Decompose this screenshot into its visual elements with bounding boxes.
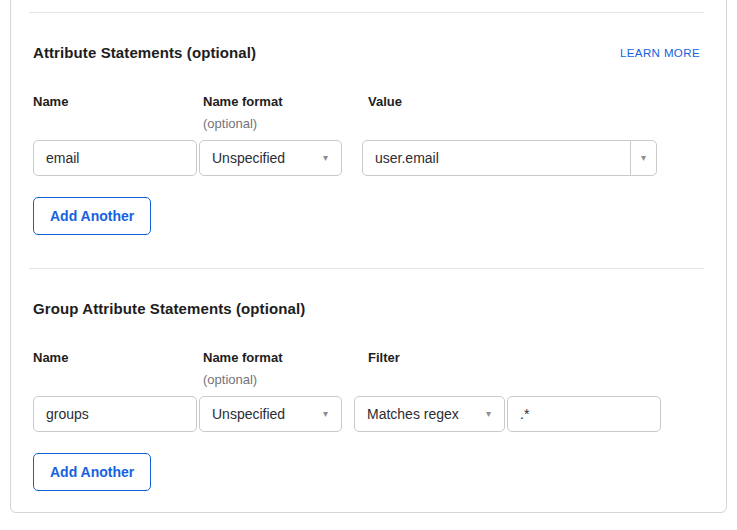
column-headers: Name Name format (optional) Value <box>33 94 700 131</box>
section-divider <box>29 268 704 269</box>
attribute-name-input[interactable] <box>33 140 197 176</box>
column-headers: Name Name format (optional) Filter <box>33 350 700 387</box>
column-header-filter: Filter <box>368 350 700 365</box>
add-another-button[interactable]: Add Another <box>33 453 151 491</box>
chevron-down-icon: ▾ <box>486 409 491 419</box>
add-another-button[interactable]: Add Another <box>33 197 151 235</box>
column-header-name: Name <box>33 350 203 365</box>
column-header-value: Value <box>368 94 700 109</box>
section-header: Attribute Statements (optional) LEARN MO… <box>33 44 700 62</box>
column-header-name: Name <box>33 94 203 109</box>
name-format-select[interactable]: Unspecified ▾ <box>199 396 342 432</box>
section-title: Group Attribute Statements (optional) <box>33 300 305 318</box>
filter-type-select[interactable]: Matches regex ▾ <box>354 396 505 432</box>
optional-hint: (optional) <box>203 372 368 387</box>
section-title: Attribute Statements (optional) <box>33 44 256 62</box>
column-header-name-format: Name format (optional) <box>203 350 368 387</box>
chevron-down-icon: ▾ <box>323 153 328 163</box>
learn-more-link[interactable]: LEARN MORE <box>620 46 700 60</box>
group-attribute-row: Unspecified ▾ Matches regex ▾ <box>33 396 700 432</box>
saml-settings-card: Attribute Statements (optional) LEARN MO… <box>10 0 727 513</box>
optional-hint: (optional) <box>203 116 368 131</box>
value-dropdown-toggle[interactable]: ▾ <box>630 140 657 176</box>
group-attribute-name-input[interactable] <box>33 396 197 432</box>
filter-type-selected-value: Matches regex <box>367 406 459 422</box>
section-group-attribute-statements: Group Attribute Statements (optional) Na… <box>33 300 700 491</box>
column-header-name-format: Name format (optional) <box>203 94 368 131</box>
name-format-selected-value: Unspecified <box>212 150 285 166</box>
name-format-selected-value: Unspecified <box>212 406 285 422</box>
section-attribute-statements: Attribute Statements (optional) LEARN MO… <box>33 44 700 235</box>
chevron-down-icon: ▾ <box>641 153 646 163</box>
attribute-value-input[interactable] <box>362 140 631 176</box>
section-header: Group Attribute Statements (optional) <box>33 300 700 318</box>
name-format-select[interactable]: Unspecified ▾ <box>199 140 342 176</box>
attribute-value-group: ▾ <box>362 140 657 176</box>
chevron-down-icon: ▾ <box>323 409 328 419</box>
attribute-row: Unspecified ▾ ▾ <box>33 140 700 176</box>
section-divider <box>29 12 704 13</box>
filter-value-input[interactable] <box>507 396 661 432</box>
